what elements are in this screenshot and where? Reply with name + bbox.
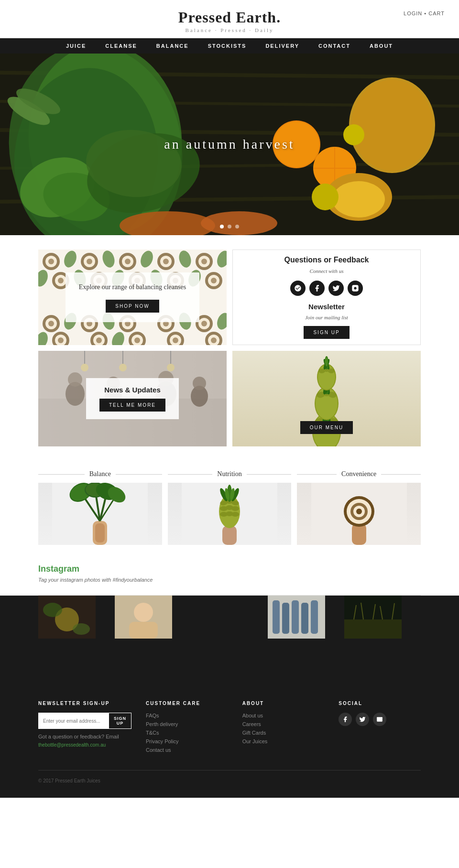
shop-now-button[interactable]: SHOP NOW — [106, 300, 159, 313]
svg-rect-195 — [273, 600, 280, 634]
svg-point-19 — [351, 80, 433, 171]
svg-point-43 — [163, 259, 169, 264]
social-card: Questions or Feedback Connect with us Ne… — [232, 250, 421, 345]
hero-dot-2[interactable] — [228, 225, 231, 228]
site-tagline: Balance · Pressed · Daily — [0, 27, 459, 33]
footer-customer-care-heading: CUSTOMER CARE — [146, 701, 228, 706]
site-logo[interactable]: Pressed Earth. — [0, 9, 459, 26]
nutrition-image — [168, 483, 292, 545]
nav-cleanse[interactable]: CLEANSE — [105, 43, 137, 49]
footer-about: ABOUT About us Careers Gift Cards Our Ju… — [242, 701, 325, 756]
auth-separator: • — [424, 11, 426, 16]
svg-point-94 — [96, 337, 102, 343]
insta-photo-3[interactable] — [268, 596, 344, 639]
balance-card: Balance — [38, 470, 162, 545]
social-card-title: Questions or Feedback — [284, 256, 369, 264]
nutrition-card: Nutrition — [168, 470, 292, 545]
instagram-title[interactable]: Instagram — [38, 564, 421, 574]
tell-me-more-button[interactable]: TELL ME MORE — [99, 399, 165, 412]
insta-photo-4[interactable] — [344, 596, 421, 639]
footer-customer-care: CUSTOMER CARE FAQs Perth delivery T&Cs P… — [146, 701, 228, 756]
social-card-subtitle: Connect with us — [310, 268, 344, 274]
hero-section: an autumn harvest — [0, 54, 459, 235]
svg-rect-197 — [292, 600, 299, 634]
nav-stockists[interactable]: STOCKISTS — [208, 43, 247, 49]
svg-rect-152 — [95, 523, 105, 542]
footer-link-our-juices[interactable]: Our Juices — [242, 738, 325, 744]
login-link[interactable]: LOGIN — [404, 11, 422, 16]
footer-about-heading: ABOUT — [242, 701, 325, 706]
footer-link-about-us[interactable]: About us — [242, 713, 325, 718]
footer-link-gift-cards[interactable]: Gift Cards — [242, 730, 325, 736]
svg-point-110 — [81, 364, 88, 371]
footer-link-privacy[interactable]: Privacy Policy — [146, 738, 228, 744]
nav-contact[interactable]: CONTACT — [318, 43, 350, 49]
svg-point-68 — [211, 278, 217, 283]
nav-delivery[interactable]: DELIVERY — [265, 43, 299, 49]
footer-link-careers[interactable]: Careers — [242, 721, 325, 727]
svg-point-91 — [58, 337, 64, 343]
svg-point-104 — [211, 337, 217, 343]
convenience-image — [297, 483, 421, 545]
svg-point-171 — [231, 506, 239, 511]
nav-about[interactable]: ABOUT — [370, 43, 393, 49]
menu-card: OUR MENU — [232, 351, 421, 446]
social-icon-instagram[interactable] — [348, 281, 363, 296]
copyright-text: © 2017 Pressed Earth Juices — [38, 778, 421, 783]
svg-rect-201 — [344, 619, 402, 639]
three-col-section: Balance — [0, 461, 459, 554]
newsletter-email-input[interactable] — [38, 713, 109, 729]
footer-email-link[interactable]: thebottle@pressedealth.com.au — [38, 742, 106, 748]
cart-link[interactable]: CART — [428, 11, 445, 16]
nutrition-title: Nutrition — [217, 470, 241, 478]
our-menu-button[interactable]: OUR MENU — [300, 421, 353, 434]
footer-social: SOCIAL — [339, 701, 421, 756]
svg-rect-164 — [222, 526, 237, 545]
svg-point-189 — [43, 603, 62, 617]
hero-text: an autumn harvest — [164, 137, 295, 152]
hero-dot-3[interactable] — [235, 225, 239, 228]
instagram-photos — [0, 596, 459, 639]
news-card: News & Updates TELL ME MORE — [38, 351, 227, 446]
footer-signup-button[interactable]: SIGN UP — [109, 713, 131, 729]
convenience-card: Convenience — [297, 470, 421, 545]
cleanse-card: Explore our range of balancing cleanses … — [38, 250, 227, 345]
nav-juice[interactable]: JUICE — [66, 43, 86, 49]
footer-newsletter-heading: NEWSLETTER SIGN-UP — [38, 701, 131, 706]
svg-point-192 — [134, 603, 153, 622]
hero-dot-1[interactable] — [220, 225, 224, 228]
instagram-section: Instagram Tag your instagram photos with… — [0, 554, 459, 595]
footer-link-tcs[interactable]: T&Cs — [146, 730, 228, 736]
footer-twitter-icon[interactable] — [356, 713, 369, 726]
insta-photo-2[interactable] — [115, 596, 191, 639]
svg-point-86 — [201, 321, 207, 326]
social-icon-website[interactable] — [290, 281, 306, 296]
social-signup-button[interactable]: SIGN UP — [304, 326, 349, 339]
footer-link-faqs[interactable]: FAQs — [146, 713, 228, 718]
footer-link-contact[interactable]: Contact us — [146, 747, 228, 753]
header-auth[interactable]: LOGIN • CART — [404, 11, 445, 16]
svg-rect-198 — [301, 603, 308, 634]
social-icon-facebook[interactable] — [309, 281, 325, 296]
svg-point-52 — [58, 278, 64, 283]
svg-point-122 — [193, 377, 206, 390]
svg-point-39 — [125, 259, 131, 264]
nav-balance[interactable]: BALANCE — [156, 43, 189, 49]
main-nav: JUICE CLEANSE BALANCE STOCKISTS DELIVERY… — [0, 38, 459, 54]
svg-point-186 — [356, 509, 362, 514]
social-icons-row — [290, 281, 363, 296]
footer-link-delivery[interactable]: Perth delivery — [146, 721, 228, 727]
svg-point-112 — [119, 364, 127, 371]
social-icon-twitter[interactable] — [328, 281, 344, 296]
svg-rect-196 — [282, 603, 289, 634]
dark-section: NEWSLETTER SIGN-UP SIGN UP Got a questio… — [0, 639, 459, 798]
svg-point-24 — [312, 184, 339, 210]
insta-photo-1[interactable] — [38, 596, 115, 639]
footer-facebook-icon[interactable] — [339, 713, 352, 726]
svg-point-71 — [48, 321, 54, 326]
svg-point-190 — [73, 623, 90, 635]
svg-point-114 — [167, 364, 175, 371]
footer-newsletter: NEWSLETTER SIGN-UP SIGN UP Got a questio… — [38, 701, 131, 756]
footer-email-icon[interactable] — [373, 713, 386, 726]
footer-question-text: Got a question or feedback? Email thebot… — [38, 733, 131, 749]
